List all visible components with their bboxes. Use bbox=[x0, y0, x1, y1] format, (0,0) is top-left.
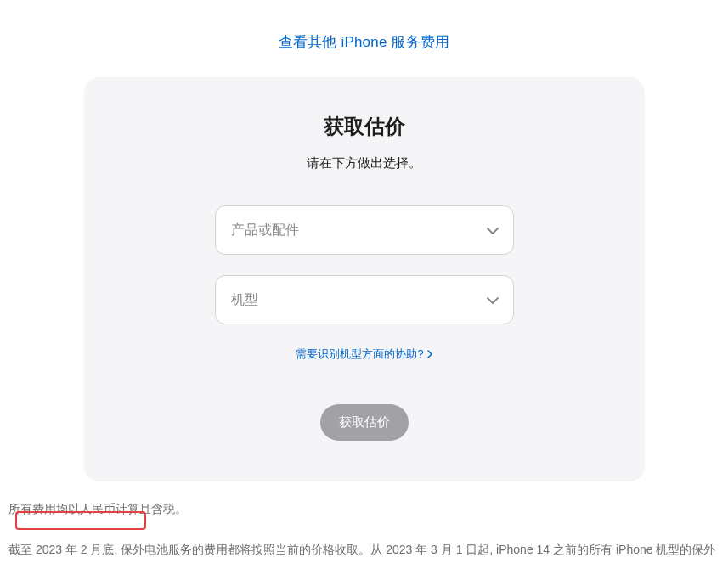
get-estimate-button[interactable]: 获取估价 bbox=[320, 404, 409, 441]
chevron-right-icon bbox=[427, 350, 432, 358]
product-select-wrapper: 产品或配件 bbox=[215, 205, 514, 255]
button-container: 获取估价 bbox=[118, 404, 611, 441]
card-title: 获取估价 bbox=[118, 113, 611, 140]
estimate-card: 获取估价 请在下方做出选择。 产品或配件 机型 需要识别机型方面的协助? 获取估… bbox=[84, 77, 645, 481]
footer-price-notice: 截至 2023 年 2 月底, 保外电池服务的费用都将按照当前的价格收取。从 2… bbox=[8, 539, 720, 563]
other-iphone-service-link[interactable]: 查看其他 iPhone 服务费用 bbox=[279, 34, 450, 50]
identify-model-help-link[interactable]: 需要识别机型方面的协助? bbox=[296, 346, 432, 362]
help-link-label: 需要识别机型方面的协助? bbox=[296, 346, 423, 362]
product-select[interactable]: 产品或配件 bbox=[215, 205, 514, 255]
footer: 所有费用均以人民币计算且含税。 截至 2023 年 2 月底, 保外电池服务的费… bbox=[0, 481, 728, 563]
footer-currency-note: 所有费用均以人民币计算且含税。 bbox=[8, 502, 720, 517]
model-select[interactable]: 机型 bbox=[215, 275, 514, 324]
model-select-wrapper: 机型 bbox=[215, 275, 514, 324]
top-link-container: 查看其他 iPhone 服务费用 bbox=[0, 0, 728, 77]
card-subtitle: 请在下方做出选择。 bbox=[118, 155, 611, 172]
